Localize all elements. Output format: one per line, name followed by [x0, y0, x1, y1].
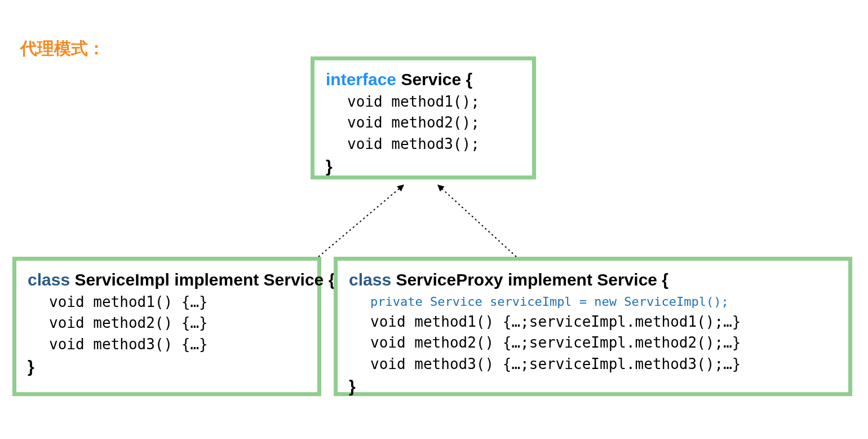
arrow-proxy-to-interface — [437, 185, 516, 257]
keyword-class: class — [28, 270, 70, 289]
interface-method-2: void method2(); — [326, 112, 521, 134]
proxy-method-1: void method1() {…;serviceImpl.method1();… — [349, 311, 837, 333]
impl-method-2: void method2() {…} — [28, 313, 306, 334]
proxy-close-brace: } — [349, 375, 837, 397]
keyword-class: class — [349, 270, 391, 289]
impl-close-brace: } — [28, 355, 306, 377]
arrow-impl-to-interface — [318, 185, 404, 257]
impl-method-1: void method1() {…} — [28, 292, 306, 313]
proxy-method-2: void method2() {…;serviceImpl.method2();… — [349, 332, 837, 354]
service-impl-box: class ServiceImpl implement Service { vo… — [12, 257, 321, 396]
interface-method-1: void method1(); — [326, 91, 521, 113]
interface-declaration: interface Service { — [326, 68, 521, 91]
proxy-declaration: class ServiceProxy implement Service { — [349, 269, 837, 292]
interface-close-brace: } — [326, 155, 521, 177]
keyword-interface: interface — [326, 70, 396, 89]
proxy-decl-text: ServiceProxy implement Service { — [391, 270, 668, 289]
diagram-title: 代理模式： — [20, 37, 105, 60]
interface-decl-text: Service { — [396, 70, 472, 89]
impl-method-3: void method3() {…} — [28, 334, 306, 355]
impl-decl-text: ServiceImpl implement Service { — [70, 270, 335, 289]
proxy-method-3: void method3() {…;serviceImpl.method3();… — [349, 354, 837, 375]
service-proxy-box: class ServiceProxy implement Service { p… — [334, 257, 852, 396]
proxy-field: private Service serviceImpl = new Servic… — [349, 292, 837, 311]
interface-method-3: void method3(); — [326, 134, 521, 155]
impl-declaration: class ServiceImpl implement Service { — [28, 269, 306, 292]
interface-box: interface Service { void method1(); void… — [311, 56, 536, 179]
